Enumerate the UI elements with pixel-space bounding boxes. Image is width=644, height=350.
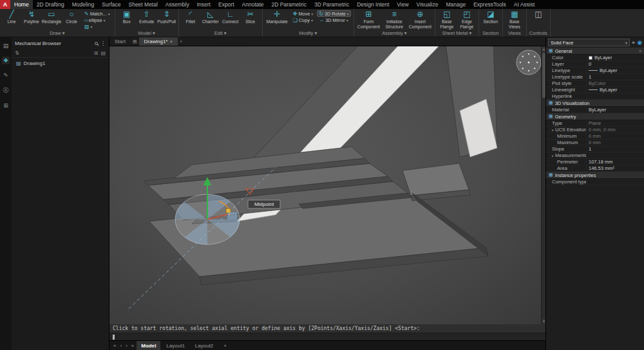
edge-flange-button[interactable]: ◰ Edge Flange: [458, 10, 476, 29]
menu-item-annotate[interactable]: Annotate: [238, 0, 268, 9]
prop-row-type[interactable]: Type Plane: [546, 120, 644, 127]
prop-row-color[interactable]: Color ByLayer: [546, 55, 644, 61]
polyline-button[interactable]: ↯ Polyline: [23, 10, 41, 24]
pushpull-button[interactable]: ⇕ Push/Pull: [158, 10, 176, 24]
prop-row-area[interactable]: Area 146.53 mm²: [546, 165, 644, 172]
expand-all-icon[interactable]: ⊞: [94, 50, 99, 56]
model-group-label[interactable]: Model ▾: [118, 30, 176, 37]
quick-select-icon[interactable]: ⌖: [632, 39, 635, 46]
line-button[interactable]: ╱ Line: [3, 10, 21, 24]
prop-row-hyperlink[interactable]: Hyperlink: [546, 93, 644, 100]
last-tab-button[interactable]: »: [130, 343, 135, 349]
menu-item-2d-drafting[interactable]: 2D Drafting: [33, 0, 68, 9]
add-layout-button[interactable]: +: [219, 341, 231, 350]
model-viewport[interactable]: Midpoint ▴ ▾: [109, 46, 545, 324]
menu-item-surface[interactable]: Surface: [98, 0, 124, 9]
scrollbar-thumb[interactable]: [542, 53, 545, 98]
menu-item-insert[interactable]: Insert: [193, 0, 214, 9]
expand-icon[interactable]: ▸: [552, 127, 554, 132]
menu-item-modeling[interactable]: Modeling: [68, 0, 99, 9]
viewport-scrollbar[interactable]: ▴ ▾: [541, 46, 545, 324]
modify-group-label[interactable]: Modify ▾: [265, 30, 351, 37]
rectangle-button[interactable]: ▭ Rectangle: [43, 10, 61, 24]
section-geometry[interactable]: ▦ Geometry: [546, 113, 644, 120]
pin-document-icon[interactable]: ▤: [131, 37, 139, 46]
edit-group-label[interactable]: Edit ▾: [182, 30, 260, 37]
prop-row-maximum[interactable]: Maximum 0 mm: [546, 140, 644, 146]
extrude-button[interactable]: ⇧ Extrude: [138, 10, 156, 24]
prop-row-slope[interactable]: Slope 1: [546, 146, 644, 152]
viewport-canvas[interactable]: Midpoint: [109, 46, 545, 324]
hatch-button[interactable]: ▨ ▾: [82, 23, 112, 30]
tab-start[interactable]: Start: [109, 37, 131, 46]
slice-button[interactable]: ✂ Slice: [242, 10, 260, 24]
structure-panel-icon[interactable]: ⊞: [3, 102, 8, 109]
tab-model[interactable]: Model: [137, 341, 160, 350]
menu-item-expresstools[interactable]: ExpressTools: [469, 0, 510, 9]
close-panel-icon[interactable]: ⓧ: [3, 86, 9, 95]
prop-row-linetype[interactable]: Linetype ByLayer: [546, 68, 644, 74]
detail-view-icon[interactable]: ▤: [100, 50, 106, 56]
form-component-button[interactable]: ⊞ Form Component: [357, 10, 381, 29]
tab-drawing1[interactable]: Drawing1* ×: [139, 37, 178, 46]
prop-row-ucs-elevation[interactable]: ▸UCS Elevation 0 mm, 0 mm: [546, 127, 644, 133]
prop-row-plot-style[interactable]: Plot style ByColor: [546, 80, 644, 87]
menu-item-design-intent[interactable]: Design Intent: [353, 0, 393, 9]
ellipse-button[interactable]: ○ ellipse ▾: [82, 17, 112, 23]
app-logo-icon[interactable]: A: [0, 0, 10, 9]
3d-model[interactable]: [144, 46, 497, 285]
sheet-metal-group-label[interactable]: Sheet Metal ▾: [438, 30, 476, 37]
prop-row-lineweight[interactable]: Lineweight ByLayer: [546, 87, 644, 93]
scroll-up-icon[interactable]: ▴: [542, 46, 545, 52]
rotate-3d-button[interactable]: ↻ 3D Rotate ▾: [317, 10, 351, 17]
menu-item-3d-parametric[interactable]: 3D Parametric: [310, 0, 353, 9]
menu-item-assembly[interactable]: Assembly: [162, 0, 193, 9]
initialize-structure-button[interactable]: ≡ Initialize Structure: [383, 10, 406, 29]
menu-item-sheet-metal[interactable]: Sheet Metal: [124, 0, 161, 9]
section-button[interactable]: ◪ Section: [482, 10, 500, 24]
menu-item-export[interactable]: Export: [214, 0, 238, 9]
selection-type-dropdown[interactable]: Solid Face ▾: [548, 39, 630, 46]
manipulate-button[interactable]: ✛ Manipulate: [265, 10, 289, 24]
section-3d-visualization[interactable]: ▦ 3D Visualization: [546, 100, 644, 107]
draw-group-label[interactable]: Draw ▾: [3, 30, 112, 37]
tree-item-drawing1[interactable]: ▤ Drawing1: [12, 58, 109, 69]
box-button[interactable]: ▣ Box: [118, 10, 136, 24]
first-tab-button[interactable]: «: [112, 343, 117, 349]
properties-panel-icon[interactable]: ▤: [3, 42, 9, 49]
prop-row-material[interactable]: Material ByLayer: [546, 107, 644, 113]
mirror-3d-button[interactable]: ⇔ 3D Mirror ▾: [317, 17, 351, 23]
insert-component-button[interactable]: ⊕ Insert Component: [408, 10, 432, 29]
prop-row-perimeter[interactable]: Perimeter 107.18 mm: [546, 159, 644, 165]
section-general[interactable]: ▦ General ≡: [546, 48, 644, 55]
prev-tab-button[interactable]: ‹: [118, 343, 123, 349]
menu-item-visualize[interactable]: Visualize: [413, 0, 442, 9]
section-instance-properties[interactable]: ▦ Instance properties: [546, 172, 644, 179]
copy-button[interactable]: ❏ Copy ▾: [291, 17, 316, 23]
navigation-sphere[interactable]: [516, 50, 541, 75]
menu-item-ai-assist[interactable]: AI Assist: [510, 0, 539, 9]
prop-row-linetype-scale[interactable]: Linetype scale 1: [546, 74, 644, 80]
prop-row-component-type[interactable]: Component type: [546, 179, 644, 185]
menu-item-view[interactable]: View: [393, 0, 412, 9]
gizmo-handle[interactable]: [226, 208, 231, 213]
controls-group-label[interactable]: Controls: [529, 30, 547, 37]
prop-row-minimum[interactable]: Minimum 0 mm: [546, 133, 644, 140]
expand-icon[interactable]: ▸: [552, 153, 554, 158]
base-flange-button[interactable]: ◱ Base Flange: [438, 10, 456, 29]
mechanical-browser-panel-icon[interactable]: ❖: [2, 57, 10, 64]
fillet-button[interactable]: ◜ Fillet: [182, 10, 200, 24]
controls-button[interactable]: ◫: [529, 10, 547, 19]
prop-row-measurements[interactable]: ▸Measurements: [546, 152, 644, 159]
views-group-label[interactable]: Views: [506, 30, 524, 37]
section-group-label[interactable]: Section: [482, 30, 500, 37]
base-views-button[interactable]: ▦ Base Views: [506, 10, 524, 29]
connect-button[interactable]: ∟ Connect: [222, 10, 240, 24]
move-button[interactable]: ✥ Move ▾: [291, 10, 316, 17]
chamfer-button[interactable]: ◺ Chamfer: [202, 10, 220, 24]
menu-item-home[interactable]: Home: [10, 0, 33, 9]
prop-row-layer[interactable]: Layer 0: [546, 61, 644, 68]
new-tab-button[interactable]: +: [178, 37, 184, 46]
match-properties-button[interactable]: ✎ Match... ▾: [82, 10, 112, 17]
highlight-selection-icon[interactable]: ◉: [637, 39, 642, 46]
